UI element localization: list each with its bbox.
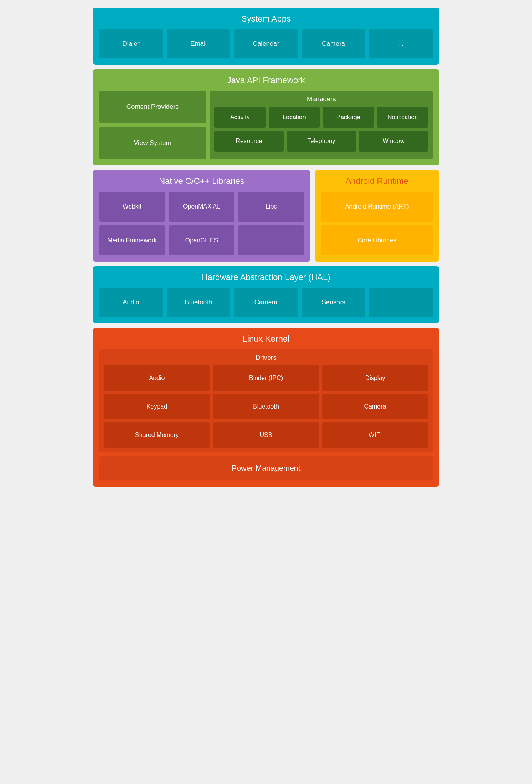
android-runtime-title: Android Runtime — [321, 176, 433, 186]
java-api-title: Java API Framework — [99, 75, 433, 85]
hal-bluetooth-card: Bluetooth — [167, 288, 231, 317]
opengl-card: OpenGL ES — [169, 225, 234, 255]
drivers-section: Drivers Audio Binder (IPC) Display Keypa… — [99, 349, 433, 452]
hal-section: Hardware Abstraction Layer (HAL) Audio B… — [93, 266, 439, 323]
telephony-manager: Telephony — [287, 131, 356, 152]
camera-driver: Camera — [322, 394, 428, 419]
managers-title: Managers — [214, 95, 428, 103]
managers-row-2: Resource Telephony Window — [214, 131, 428, 152]
linux-kernel-section: Linux Kernel Drivers Audio Binder (IPC) … — [93, 328, 439, 487]
keypad-driver: Keypad — [104, 394, 210, 419]
window-manager: Window — [359, 131, 428, 152]
managers-section: Managers Activity Location Package Notif… — [210, 91, 433, 159]
system-apps-section: System Apps Dialer Email Calendar Camera… — [93, 8, 439, 65]
resource-manager: Resource — [214, 131, 284, 152]
android-runtime-section: Android Runtime Android Runtime (ART) Co… — [315, 170, 439, 262]
more-card: ... — [369, 29, 433, 58]
hal-camera-card: Camera — [234, 288, 298, 317]
native-more-card: ... — [238, 225, 304, 255]
location-manager: Location — [269, 107, 320, 128]
native-libs-section: Native C/C++ Libraries Webkit OpenMAX AL… — [93, 170, 310, 262]
hal-title: Hardware Abstraction Layer (HAL) — [99, 272, 433, 282]
hal-sensors-card: Sensors — [302, 288, 366, 317]
native-libs-title: Native C/C++ Libraries — [99, 176, 304, 186]
activity-manager: Activity — [214, 107, 266, 128]
email-card: Email — [167, 29, 231, 58]
drivers-row-2: Keypad Bluetooth Camera — [104, 394, 428, 419]
managers-row-1: Activity Location Package Notification — [214, 107, 428, 128]
system-apps-title: System Apps — [99, 14, 433, 24]
native-libs-grid: Webkit OpenMAX AL Libc Media Framework O… — [99, 192, 304, 255]
binder-driver: Binder (IPC) — [213, 365, 319, 391]
calendar-card: Calendar — [234, 29, 298, 58]
linux-kernel-title: Linux Kernel — [99, 334, 433, 344]
audio-driver: Audio — [104, 365, 210, 391]
shared-memory-driver: Shared Memory — [104, 422, 210, 448]
dialer-card: Dialer — [99, 29, 163, 58]
drivers-row-3: Shared Memory USB WIFI — [104, 422, 428, 448]
wifi-driver: WIFI — [322, 422, 428, 448]
drivers-grid: Audio Binder (IPC) Display Keypad Blueto… — [104, 365, 428, 448]
bluetooth-driver: Bluetooth — [213, 394, 319, 419]
camera-card: Camera — [302, 29, 366, 58]
art-card: Android Runtime (ART) — [321, 192, 433, 222]
drivers-row-1: Audio Binder (IPC) Display — [104, 365, 428, 391]
view-system-card: View System — [99, 127, 206, 159]
power-management: Power Management — [99, 456, 433, 480]
usb-driver: USB — [213, 422, 319, 448]
hal-audio-card: Audio — [99, 288, 163, 317]
libc-card: Libc — [238, 192, 304, 222]
middle-row: Native C/C++ Libraries Webkit OpenMAX AL… — [93, 170, 439, 262]
openmax-card: OpenMAX AL — [169, 192, 234, 222]
drivers-title: Drivers — [104, 354, 428, 362]
core-libraries-card: Core Libraries — [321, 225, 433, 255]
media-framework-card: Media Framework — [99, 225, 165, 255]
notification-manager: Notification — [377, 107, 428, 128]
java-api-left: Content Providers View System — [99, 91, 206, 159]
android-architecture-diagram: System Apps Dialer Email Calendar Camera… — [93, 8, 439, 487]
managers-grid: Activity Location Package Notification R… — [214, 107, 428, 152]
java-api-content: Content Providers View System Managers A… — [99, 91, 433, 159]
content-providers-card: Content Providers — [99, 91, 206, 123]
system-apps-cards: Dialer Email Calendar Camera ... — [99, 29, 433, 58]
hal-more-card: ... — [369, 288, 433, 317]
display-driver: Display — [322, 365, 428, 391]
package-manager: Package — [323, 107, 374, 128]
hal-cards: Audio Bluetooth Camera Sensors ... — [99, 288, 433, 317]
java-api-section: Java API Framework Content Providers Vie… — [93, 69, 439, 165]
webkit-card: Webkit — [99, 192, 165, 222]
